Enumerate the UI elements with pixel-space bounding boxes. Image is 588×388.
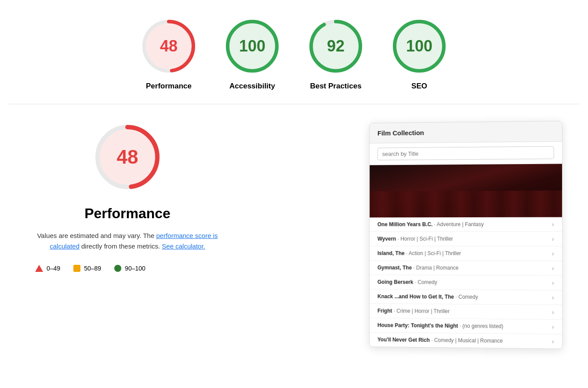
legend-green-range: 90–100 (125, 265, 145, 272)
score-legend: 0–49 50–89 90–100 (35, 265, 220, 272)
chevron-down-icon: › (552, 308, 554, 315)
list-item: Gymnast, The · Drama | Romance › (370, 260, 562, 275)
performance-label: Performance (146, 82, 192, 91)
list-item: Island, The · Action | Sci-Fi | Thriller… (370, 246, 562, 261)
cinema-hero-image (370, 164, 562, 217)
score-item-best-practices: 92 Best Practices (307, 18, 364, 91)
list-item: One Million Years B.C. · Adventure | Fan… (370, 217, 562, 232)
score-item-performance: 48 Performance (140, 18, 197, 91)
list-item: Knack ...and How to Get It, The · Comedy… (370, 289, 562, 305)
film-collection-screenshot: Film Collection One Million Years B.C. ·… (369, 121, 563, 349)
performance-score: 48 (160, 37, 178, 55)
large-performance-score: 48 (117, 146, 138, 168)
description-text-middle: directly from these metrics. (81, 242, 162, 250)
film-title: Wyvern · Horror | Sci-Fi | Thriller (377, 236, 453, 242)
chevron-down-icon: › (552, 279, 554, 286)
film-title: You'll Never Get Rich · Comedy | Musical… (377, 337, 503, 344)
left-panel: 48 Performance Values are estimated and … (35, 122, 220, 272)
list-item: Going Berserk · Comedy › (370, 275, 562, 290)
score-item-accessibility: 100 Accessibility (224, 18, 281, 91)
right-panel: Film Collection One Million Years B.C. ·… (368, 122, 562, 348)
chevron-down-icon: › (552, 323, 554, 330)
bottom-section: 48 Performance Values are estimated and … (0, 104, 588, 366)
legend-item-orange: 50–89 (73, 265, 101, 272)
performance-title: Performance (35, 205, 220, 222)
film-search-input[interactable] (377, 146, 554, 160)
list-item: Wyvern · Horror | Sci-Fi | Thriller › (370, 232, 562, 246)
red-triangle-icon (35, 265, 43, 272)
film-collection-title: Film Collection (370, 121, 562, 143)
chevron-down-icon: › (552, 338, 554, 345)
film-title: Knack ...and How to Get It, The · Comedy (377, 293, 478, 300)
film-title: House Party: Tonight's the Night · (no g… (377, 322, 503, 329)
film-title: One Million Years B.C. · Adventure | Fan… (377, 221, 484, 227)
list-item: Fright · Crime | Horror | Thriller › (370, 304, 562, 320)
film-title: Island, The · Action | Sci-Fi | Thriller (377, 250, 461, 256)
seo-circle: 100 (391, 18, 448, 75)
chevron-down-icon: › (552, 265, 554, 272)
large-performance-circle: 48 (92, 122, 163, 192)
list-item: House Party: Tonight's the Night · (no g… (370, 318, 562, 334)
legend-red-range: 0–49 (47, 265, 60, 272)
calculator-link[interactable]: See calculator. (162, 242, 205, 250)
legend-item-red: 0–49 (35, 265, 60, 272)
legend-orange-range: 50–89 (84, 265, 101, 272)
chevron-down-icon: › (552, 294, 554, 301)
top-scores-section: 48 Performance 100 Accessibility 92 Best… (0, 0, 588, 104)
description-text-before: Values are estimated and may vary. The (37, 232, 154, 239)
accessibility-score: 100 (239, 37, 265, 55)
seo-score: 100 (406, 37, 432, 55)
accessibility-circle: 100 (224, 18, 281, 75)
film-title: Going Berserk · Comedy (377, 279, 437, 286)
score-item-seo: 100 SEO (391, 18, 448, 91)
legend-item-green: 90–100 (114, 265, 145, 272)
film-title: Gymnast, The · Drama | Romance (377, 264, 459, 271)
green-circle-icon (114, 265, 121, 272)
seo-label: SEO (411, 82, 427, 91)
search-bar-container (370, 142, 562, 165)
best-practices-label: Best Practices (310, 82, 361, 91)
accessibility-label: Accessibility (229, 82, 275, 91)
performance-description: Values are estimated and may vary. The p… (35, 231, 220, 252)
orange-square-icon (73, 265, 80, 272)
chevron-down-icon: › (552, 221, 554, 228)
film-list: One Million Years B.C. · Adventure | Fan… (370, 217, 562, 349)
best-practices-circle: 92 (307, 18, 364, 75)
list-item: You'll Never Get Rich · Comedy | Musical… (370, 333, 562, 349)
chevron-down-icon: › (552, 235, 554, 242)
film-title: Fright · Crime | Horror | Thriller (377, 308, 450, 315)
chevron-down-icon: › (552, 250, 554, 257)
performance-circle: 48 (140, 18, 197, 75)
best-practices-score: 92 (327, 37, 345, 55)
